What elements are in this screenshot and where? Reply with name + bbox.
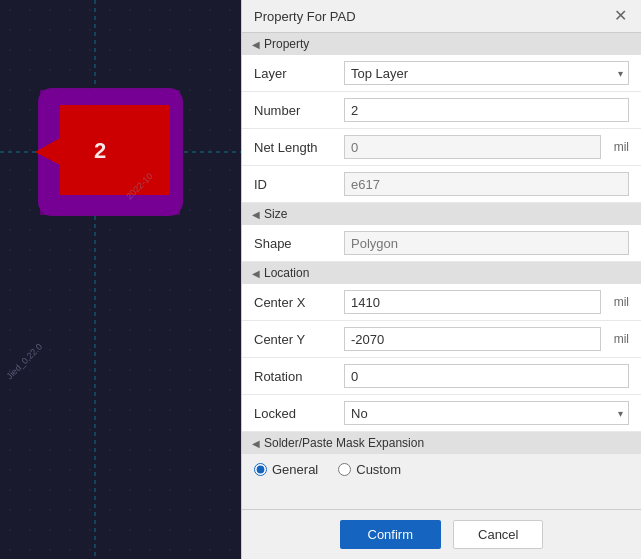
id-input[interactable] bbox=[344, 172, 629, 196]
layer-select-wrap: Top Layer Bottom Layer Inner Layer 1 ▾ bbox=[344, 61, 629, 85]
dialog-titlebar: Property For PAD ✕ bbox=[242, 0, 641, 33]
center-x-label: Center X bbox=[254, 295, 344, 310]
net-length-control: mil bbox=[344, 135, 629, 159]
rotation-input[interactable] bbox=[344, 364, 629, 388]
layer-row: Layer Top Layer Bottom Layer Inner Layer… bbox=[242, 55, 641, 92]
locked-row: Locked No Yes ▾ bbox=[242, 395, 641, 432]
section-arrow-solder: ◀ bbox=[252, 438, 260, 449]
dialog-body: ◀ Property Layer Top Layer Bottom Layer … bbox=[242, 33, 641, 509]
dialog-title: Property For PAD bbox=[254, 9, 356, 24]
number-control bbox=[344, 98, 629, 122]
center-y-control: mil bbox=[344, 327, 629, 351]
net-length-input[interactable] bbox=[344, 135, 601, 159]
general-radio[interactable] bbox=[254, 463, 267, 476]
dialog-footer: Confirm Cancel bbox=[242, 509, 641, 559]
confirm-button[interactable]: Confirm bbox=[340, 520, 442, 549]
size-section-header: ◀ Size bbox=[242, 203, 641, 225]
custom-radio-option[interactable]: Custom bbox=[338, 462, 401, 477]
property-section-header: ◀ Property bbox=[242, 33, 641, 55]
center-y-row: Center Y mil bbox=[242, 321, 641, 358]
section-arrow-size: ◀ bbox=[252, 209, 260, 220]
center-y-input[interactable] bbox=[344, 327, 601, 351]
solder-section-header: ◀ Solder/Paste Mask Expansion bbox=[242, 432, 641, 454]
location-section-header: ◀ Location bbox=[242, 262, 641, 284]
number-row: Number bbox=[242, 92, 641, 129]
section-arrow-property: ◀ bbox=[252, 39, 260, 50]
solder-section-label: Solder/Paste Mask Expansion bbox=[264, 436, 424, 450]
locked-label: Locked bbox=[254, 406, 344, 421]
number-label: Number bbox=[254, 103, 344, 118]
number-input[interactable] bbox=[344, 98, 629, 122]
custom-radio-label: Custom bbox=[356, 462, 401, 477]
layer-select[interactable]: Top Layer Bottom Layer Inner Layer 1 bbox=[344, 61, 629, 85]
net-length-unit: mil bbox=[605, 140, 629, 154]
locked-select[interactable]: No Yes bbox=[344, 401, 629, 425]
property-section-label: Property bbox=[264, 37, 309, 51]
shape-input[interactable] bbox=[344, 231, 629, 255]
mask-radio-row: General Custom bbox=[242, 454, 641, 485]
center-y-unit: mil bbox=[605, 332, 629, 346]
net-length-label: Net Length bbox=[254, 140, 344, 155]
size-section-label: Size bbox=[264, 207, 287, 221]
id-row: ID bbox=[242, 166, 641, 203]
property-dialog: Property For PAD ✕ ◀ Property Layer Top … bbox=[241, 0, 641, 559]
locked-control: No Yes ▾ bbox=[344, 401, 629, 425]
shape-label: Shape bbox=[254, 236, 344, 251]
custom-radio[interactable] bbox=[338, 463, 351, 476]
rotation-control bbox=[344, 364, 629, 388]
location-section-label: Location bbox=[264, 266, 309, 280]
layer-control: Top Layer Bottom Layer Inner Layer 1 ▾ bbox=[344, 61, 629, 85]
id-label: ID bbox=[254, 177, 344, 192]
shape-row: Shape bbox=[242, 225, 641, 262]
rotation-label: Rotation bbox=[254, 369, 344, 384]
svg-rect-2 bbox=[0, 0, 241, 559]
pcb-background: // Grid dots rendered via SVG 2 Jied_0,2… bbox=[0, 0, 241, 559]
rotation-row: Rotation bbox=[242, 358, 641, 395]
id-control bbox=[344, 172, 629, 196]
locked-select-wrap: No Yes ▾ bbox=[344, 401, 629, 425]
center-x-control: mil bbox=[344, 290, 629, 314]
net-length-row: Net Length mil bbox=[242, 129, 641, 166]
general-radio-label: General bbox=[272, 462, 318, 477]
svg-text:2: 2 bbox=[94, 138, 106, 163]
section-arrow-location: ◀ bbox=[252, 268, 260, 279]
close-button[interactable]: ✕ bbox=[612, 8, 629, 24]
layer-label: Layer bbox=[254, 66, 344, 81]
general-radio-option[interactable]: General bbox=[254, 462, 318, 477]
shape-control bbox=[344, 231, 629, 255]
cancel-button[interactable]: Cancel bbox=[453, 520, 543, 549]
center-x-input[interactable] bbox=[344, 290, 601, 314]
center-x-row: Center X mil bbox=[242, 284, 641, 321]
center-y-label: Center Y bbox=[254, 332, 344, 347]
center-x-unit: mil bbox=[605, 295, 629, 309]
